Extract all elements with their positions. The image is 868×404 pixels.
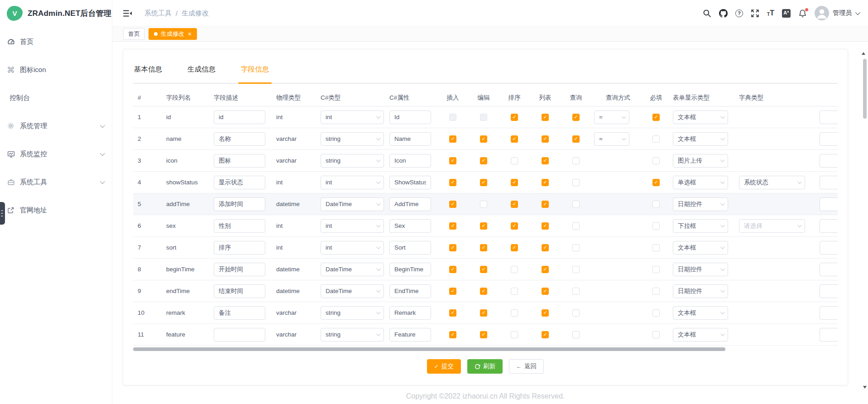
- display-type-select[interactable]: 单选框: [673, 176, 728, 189]
- sort-checkbox[interactable]: [511, 157, 518, 164]
- display-type-select[interactable]: 文本框: [673, 241, 728, 255]
- fullscreen-icon[interactable]: [751, 9, 759, 18]
- list-checkbox[interactable]: ✓: [542, 244, 549, 251]
- sort-checkbox[interactable]: ✓: [511, 244, 518, 251]
- insert-checkbox[interactable]: ✓: [449, 222, 456, 230]
- required-checkbox[interactable]: [652, 157, 660, 164]
- list-checkbox[interactable]: ✓: [542, 266, 549, 273]
- insert-checkbox[interactable]: ✓: [449, 179, 456, 186]
- field-description-input[interactable]: [214, 284, 265, 298]
- csharp-attr-input[interactable]: [389, 111, 431, 124]
- required-checkbox[interactable]: ✓: [652, 179, 660, 186]
- field-description-input[interactable]: [214, 263, 265, 276]
- insert-checkbox[interactable]: ✓: [449, 135, 456, 143]
- csharp-attr-input[interactable]: [389, 132, 431, 146]
- sidebar-item-系统工具[interactable]: 系统工具: [0, 168, 112, 196]
- display-type-select[interactable]: 文本框: [673, 111, 728, 124]
- required-checkbox[interactable]: [652, 288, 660, 295]
- list-checkbox[interactable]: ✓: [542, 135, 549, 143]
- sort-checkbox[interactable]: ✓: [511, 222, 518, 230]
- csharp-attr-input[interactable]: [389, 306, 431, 320]
- display-type-select[interactable]: 文本框: [673, 328, 728, 341]
- csharp-type-select[interactable]: string: [321, 132, 384, 146]
- sort-checkbox[interactable]: [511, 331, 518, 338]
- sort-checkbox[interactable]: [511, 309, 518, 317]
- back-button[interactable]: ← 返回: [509, 359, 544, 374]
- display-type-select[interactable]: 图片上传: [673, 154, 728, 168]
- tab-generate-info[interactable]: 生成信息: [187, 64, 216, 83]
- tab-basic-info[interactable]: 基本信息: [133, 64, 163, 83]
- csharp-type-select[interactable]: DateTime: [321, 284, 384, 298]
- insert-checkbox[interactable]: ✓: [449, 309, 456, 317]
- field-description-input[interactable]: [214, 306, 265, 320]
- insert-checkbox[interactable]: ✓: [449, 331, 456, 338]
- collapse-menu-icon[interactable]: [123, 10, 132, 17]
- required-checkbox[interactable]: ✓: [652, 114, 660, 121]
- required-checkbox[interactable]: [652, 222, 660, 230]
- display-type-select[interactable]: 文本框: [673, 132, 728, 146]
- extra-input[interactable]: [820, 132, 838, 146]
- extra-input[interactable]: [820, 328, 838, 341]
- scroll-up-arrow[interactable]: [862, 44, 865, 55]
- field-description-input[interactable]: [214, 328, 265, 341]
- sort-checkbox[interactable]: ✓: [511, 135, 518, 143]
- list-checkbox[interactable]: ✓: [542, 309, 549, 317]
- csharp-type-select[interactable]: DateTime: [321, 263, 384, 276]
- tag-home[interactable]: 首页: [123, 28, 145, 40]
- csharp-attr-input[interactable]: [389, 328, 431, 341]
- list-checkbox[interactable]: ✓: [542, 288, 549, 295]
- csharp-attr-input[interactable]: [389, 197, 431, 211]
- csharp-attr-input[interactable]: [389, 263, 431, 276]
- tag-active[interactable]: 生成修改 ×: [149, 28, 197, 40]
- insert-checkbox[interactable]: ✓: [449, 288, 456, 295]
- edit-checkbox[interactable]: ✓: [480, 135, 487, 143]
- edit-checkbox[interactable]: ✓: [480, 266, 487, 273]
- query-checkbox[interactable]: [572, 266, 580, 273]
- required-checkbox[interactable]: [652, 201, 660, 208]
- query-checkbox[interactable]: [572, 331, 580, 338]
- extra-input[interactable]: [820, 263, 838, 276]
- csharp-attr-input[interactable]: [389, 154, 431, 168]
- field-description-input[interactable]: [214, 154, 265, 168]
- list-checkbox[interactable]: ✓: [542, 201, 549, 208]
- query-checkbox[interactable]: [572, 222, 580, 230]
- sort-checkbox[interactable]: [511, 266, 518, 273]
- query-mode-select[interactable]: =: [594, 132, 629, 146]
- query-checkbox[interactable]: ✓: [572, 114, 580, 121]
- csharp-attr-input[interactable]: [389, 219, 431, 233]
- translate-icon[interactable]: Ax: [782, 9, 791, 18]
- extra-input[interactable]: [820, 241, 838, 255]
- insert-checkbox[interactable]: ✓: [449, 244, 456, 251]
- field-description-input[interactable]: [214, 132, 265, 146]
- vertical-scrollbar-thumb[interactable]: [863, 59, 867, 119]
- csharp-type-select[interactable]: DateTime: [321, 197, 384, 211]
- csharp-type-select[interactable]: int: [321, 241, 384, 255]
- list-checkbox[interactable]: ✓: [542, 331, 549, 338]
- close-icon[interactable]: ×: [188, 31, 192, 37]
- csharp-attr-input[interactable]: [389, 176, 431, 189]
- edit-checkbox[interactable]: ✓: [480, 288, 487, 295]
- csharp-type-select[interactable]: string: [321, 154, 384, 168]
- required-checkbox[interactable]: [652, 135, 660, 143]
- list-checkbox[interactable]: ✓: [542, 222, 549, 230]
- sidebar-item-图标icon[interactable]: 图标icon: [0, 56, 112, 84]
- edit-checkbox[interactable]: ✓: [480, 244, 487, 251]
- user-menu[interactable]: 管理员: [815, 6, 859, 20]
- dict-type-select[interactable]: 请选择: [739, 219, 805, 233]
- extra-input[interactable]: [820, 306, 838, 320]
- display-type-select[interactable]: 日期控件: [673, 263, 728, 276]
- sort-checkbox[interactable]: [511, 288, 518, 295]
- extra-input[interactable]: [820, 219, 838, 233]
- required-checkbox[interactable]: [652, 244, 660, 251]
- sidebar-item-系统管理[interactable]: 系统管理: [0, 112, 112, 140]
- list-checkbox[interactable]: ✓: [542, 157, 549, 164]
- csharp-attr-input[interactable]: [389, 241, 431, 255]
- edit-checkbox[interactable]: [480, 114, 487, 121]
- edit-checkbox[interactable]: ✓: [480, 309, 487, 317]
- sidebar-item-系统监控[interactable]: 系统监控: [0, 140, 112, 168]
- display-type-select[interactable]: 文本框: [673, 306, 728, 320]
- csharp-type-select[interactable]: string: [321, 328, 384, 341]
- field-description-input[interactable]: [214, 176, 265, 189]
- csharp-type-select[interactable]: int: [321, 111, 384, 124]
- csharp-attr-input[interactable]: [389, 284, 431, 298]
